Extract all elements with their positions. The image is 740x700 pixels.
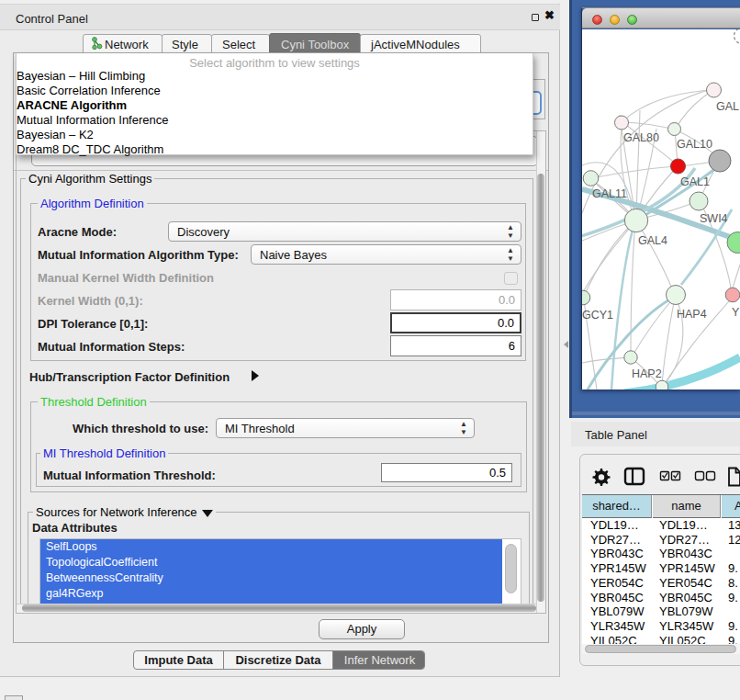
svg-text:GCY1: GCY1 <box>582 309 613 322</box>
svg-text:GAL80: GAL80 <box>623 131 659 144</box>
svg-text:HAP4: HAP4 <box>677 308 707 321</box>
svg-text:GAL4: GAL4 <box>638 234 667 247</box>
svg-text:SWI4: SWI4 <box>700 212 728 225</box>
svg-text:GAL11: GAL11 <box>592 187 627 200</box>
svg-text:HAP2: HAP2 <box>632 367 662 380</box>
svg-text:GAL10: GAL10 <box>677 138 712 151</box>
svg-text:Y: Y <box>732 306 740 319</box>
svg-text:GAL: GAL <box>716 100 739 113</box>
svg-text:GAL1: GAL1 <box>680 175 710 188</box>
